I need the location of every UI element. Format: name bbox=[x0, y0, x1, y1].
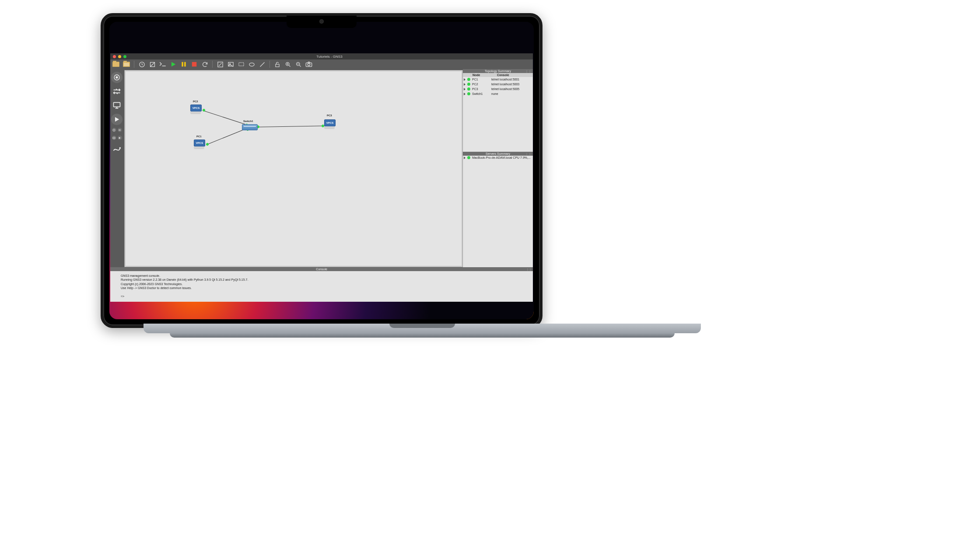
server-row[interactable]: MacBook-Pro-de-ADAM.local CPU 7.9%,... bbox=[463, 156, 533, 160]
snapshot-button[interactable] bbox=[148, 60, 156, 68]
servers-summary-panel: MacBook-Pro-de-ADAM.local CPU 7.9%,... bbox=[463, 156, 533, 267]
start-all-button[interactable] bbox=[169, 60, 177, 68]
add-link-button[interactable] bbox=[111, 143, 122, 155]
laptop-screen: Tutoriels - GNS3 bbox=[109, 22, 534, 319]
panel-grip-icon[interactable]: ⋮⋮ bbox=[525, 70, 532, 73]
lock-button[interactable] bbox=[273, 60, 281, 68]
pause-all-button[interactable] bbox=[180, 60, 188, 68]
node-label[interactable]: PC1 bbox=[196, 135, 202, 138]
open-project-button[interactable] bbox=[122, 60, 130, 68]
svg-point-17 bbox=[113, 129, 115, 131]
svg-point-19 bbox=[119, 147, 120, 148]
status-running-icon bbox=[467, 78, 470, 81]
gns3-window: Tutoriels - GNS3 bbox=[110, 53, 533, 302]
node-label[interactable]: PC3 bbox=[327, 114, 332, 117]
routers-category-button[interactable] bbox=[111, 72, 122, 83]
vpcs-icon: VPCS bbox=[190, 105, 202, 112]
column-header-node[interactable]: Node bbox=[472, 73, 495, 77]
expand-icon[interactable] bbox=[464, 88, 466, 91]
screenshot-button[interactable] bbox=[305, 60, 313, 68]
camera-icon bbox=[319, 19, 324, 24]
svg-point-9 bbox=[249, 63, 254, 66]
node-label[interactable]: PC2 bbox=[193, 100, 198, 103]
zoom-in-button[interactable] bbox=[284, 60, 292, 68]
svg-rect-18 bbox=[113, 137, 115, 139]
svg-rect-16 bbox=[114, 102, 120, 107]
svg-rect-4 bbox=[192, 62, 197, 67]
clock-icon[interactable] bbox=[138, 60, 146, 68]
expand-icon[interactable] bbox=[464, 83, 466, 86]
window-titlebar[interactable]: Tutoriels - GNS3 bbox=[110, 53, 533, 59]
topology-canvas[interactable]: PC2 VPCS PC1 VPCS Switch bbox=[124, 70, 463, 267]
window-zoom-button[interactable] bbox=[123, 55, 126, 58]
topology-row[interactable]: Switch1none bbox=[463, 91, 533, 96]
laptop-base bbox=[144, 324, 701, 342]
draw-line-button[interactable] bbox=[258, 60, 266, 68]
topology-summary-header[interactable]: Topology Summary⋮⋮ bbox=[463, 69, 533, 73]
switches-category-button[interactable] bbox=[111, 86, 122, 97]
svg-rect-2 bbox=[182, 62, 183, 67]
expand-icon[interactable] bbox=[464, 78, 466, 81]
status-running-icon bbox=[467, 83, 470, 86]
topology-row[interactable]: PC1telnet localhost:5001 bbox=[463, 77, 533, 82]
security-devices-category-button[interactable] bbox=[111, 114, 122, 125]
browse-all-button[interactable] bbox=[111, 136, 122, 141]
laptop-notch bbox=[287, 16, 357, 28]
topology-canvas-container: PC2 VPCS PC1 VPCS Switch bbox=[123, 69, 463, 267]
add-note-button[interactable] bbox=[216, 60, 224, 68]
window-close-button[interactable] bbox=[113, 55, 116, 58]
svg-rect-3 bbox=[184, 62, 186, 67]
status-running-icon bbox=[467, 156, 470, 159]
reload-all-button[interactable] bbox=[201, 60, 209, 68]
node-label[interactable]: Switch1 bbox=[243, 120, 253, 122]
console-output[interactable]: GNS3 management console. Running GNS3 ve… bbox=[110, 271, 533, 302]
end-devices-category-button[interactable] bbox=[111, 100, 122, 111]
node-pc1[interactable]: VPCS bbox=[194, 139, 206, 149]
node-pc2[interactable]: VPCS bbox=[190, 105, 203, 114]
expand-icon[interactable] bbox=[464, 93, 466, 95]
topology-row[interactable]: PC3telnet localhost:5005 bbox=[463, 87, 533, 91]
panel-grip-icon[interactable]: ⋮⋮ bbox=[526, 268, 532, 271]
status-running-icon bbox=[467, 87, 470, 91]
stop-all-button[interactable] bbox=[190, 60, 198, 68]
node-pc3[interactable]: VPCS bbox=[324, 119, 336, 129]
main-toolbar bbox=[110, 59, 533, 69]
expand-icon[interactable] bbox=[464, 157, 466, 159]
laptop-mockup: Tutoriels - GNS3 bbox=[101, 13, 542, 328]
node-switch1[interactable] bbox=[242, 124, 258, 130]
svg-rect-8 bbox=[238, 63, 243, 66]
all-devices-category-button[interactable] bbox=[111, 128, 122, 133]
panel-grip-icon[interactable]: ⋮⋮ bbox=[525, 152, 532, 155]
topology-table-header: Node Console bbox=[463, 73, 533, 77]
laptop-bezel: Tutoriels - GNS3 bbox=[101, 13, 542, 328]
column-header-console[interactable]: Console bbox=[497, 73, 532, 77]
device-toolbar bbox=[110, 69, 123, 267]
vpcs-icon: VPCS bbox=[324, 119, 336, 126]
console-panel-header[interactable]: Console⋮⋮ bbox=[110, 267, 533, 271]
right-sidebar: Topology Summary⋮⋮ Node Console PC1telne… bbox=[463, 69, 533, 267]
insert-image-button[interactable] bbox=[227, 60, 234, 68]
status-running-icon bbox=[467, 92, 470, 95]
console-all-button[interactable] bbox=[159, 60, 167, 68]
servers-summary-header[interactable]: Servers Summary⋮⋮ bbox=[463, 152, 533, 156]
vpcs-icon: VPCS bbox=[194, 139, 205, 146]
draw-rectangle-button[interactable] bbox=[237, 60, 245, 68]
topology-row[interactable]: PC2telnet localhost:5003 bbox=[463, 82, 533, 87]
zoom-out-button[interactable] bbox=[294, 60, 302, 68]
draw-ellipse-button[interactable] bbox=[248, 60, 256, 68]
new-project-button[interactable] bbox=[112, 60, 120, 68]
window-minimize-button[interactable] bbox=[118, 55, 121, 58]
svg-point-14 bbox=[308, 63, 310, 66]
svg-rect-10 bbox=[276, 64, 279, 66]
window-title: Tutoriels - GNS3 bbox=[129, 55, 530, 59]
topology-summary-panel: Node Console PC1telnet localhost:5001 PC… bbox=[463, 73, 533, 152]
